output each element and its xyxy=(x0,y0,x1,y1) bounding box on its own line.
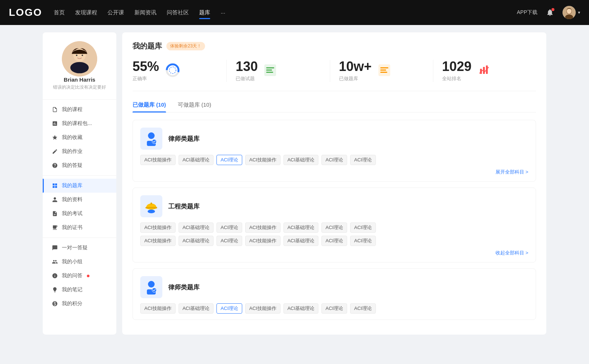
tag[interactable]: ACI技能操作 xyxy=(140,222,176,233)
tag-active[interactable]: ACI理论 xyxy=(216,303,242,314)
engineer-icon xyxy=(140,195,162,217)
stat-rank-label: 全站排名 xyxy=(442,75,472,82)
tag[interactable]: ACI理论 xyxy=(350,236,376,246)
collapse-link-2[interactable]: 收起全部科目 > xyxy=(495,250,528,256)
tag[interactable]: ACI理论 xyxy=(321,155,347,165)
tag[interactable]: ACI技能操作 xyxy=(245,155,281,165)
app-download-button[interactable]: APP下载 xyxy=(517,9,537,16)
menu-label: 我的证书 xyxy=(62,224,82,231)
bank-item-lawyer-2: 律师类题库 ACI技能操作 ACI基础理论 ACI理论 ACI技能操作 ACI基… xyxy=(133,268,536,320)
nav-public[interactable]: 公开课 xyxy=(107,8,124,18)
nav-qa[interactable]: 问答社区 xyxy=(167,8,189,18)
profile-name: Brian Harris xyxy=(64,76,95,83)
tag[interactable]: ACI基础理论 xyxy=(283,236,319,246)
tag[interactable]: ACI技能操作 xyxy=(140,236,176,246)
nav-home[interactable]: 首页 xyxy=(54,8,65,18)
sidebar-item-my-exam[interactable]: 我的考试 xyxy=(43,207,116,221)
tag[interactable]: ACI技能操作 xyxy=(245,303,281,314)
tab-done-banks[interactable]: 已做题库 (10) xyxy=(133,101,166,112)
bank-item-lawyer-1: 律师类题库 ACI技能操作 ACI基础理论 ACI理论 ACI技能操作 ACI基… xyxy=(133,120,536,182)
tag[interactable]: ACI基础理论 xyxy=(283,155,319,165)
tag[interactable]: ACI基础理论 xyxy=(179,222,214,233)
tag[interactable]: ACI基础理论 xyxy=(283,303,319,314)
sidebar-item-my-points[interactable]: 我的积分 xyxy=(43,297,116,311)
sidebar-item-my-packages[interactable]: 我的课程包... xyxy=(43,117,116,131)
tab-available-banks[interactable]: 可做题库 (10) xyxy=(178,101,211,112)
tag[interactable]: ACI基础理论 xyxy=(179,303,214,314)
expand-link-1[interactable]: 展开全部科目 > xyxy=(495,169,528,175)
tag[interactable]: ACI理论 xyxy=(321,222,347,233)
tag[interactable]: ACI基础理论 xyxy=(179,155,214,165)
notification-dot xyxy=(551,8,554,11)
tag[interactable]: ACI技能操作 xyxy=(140,155,176,165)
sidebar-item-my-questions[interactable]: 我的答疑 xyxy=(43,158,116,172)
main-layout: Brian Harris 错误的决定比没有决定要好 我的课程 我的课程包... … xyxy=(37,25,552,342)
sidebar-item-my-group[interactable]: 我的小组 xyxy=(43,255,116,269)
sidebar-item-one-on-one[interactable]: 一对一答疑 xyxy=(43,241,116,255)
tag[interactable]: ACI理论 xyxy=(321,303,347,314)
divider-2 xyxy=(43,175,116,176)
list-orange-icon xyxy=(378,64,391,78)
tag[interactable]: ACI技能操作 xyxy=(245,236,281,246)
nav-news[interactable]: 新闻资讯 xyxy=(134,8,156,18)
sidebar-item-my-cert[interactable]: 我的证书 xyxy=(43,221,116,235)
tag-active[interactable]: ACI理论 xyxy=(216,155,242,165)
tag[interactable]: ACI基础理论 xyxy=(283,222,319,233)
navbar: LOGO 首页 发现课程 公开课 新闻资讯 问答社区 题库 ··· APP下载 xyxy=(0,0,589,25)
svg-point-31 xyxy=(148,281,155,288)
bank-tags-2: ACI技能操作 ACI基础理论 ACI理论 ACI技能操作 ACI基础理论 AC… xyxy=(140,222,528,233)
sidebar-item-my-data[interactable]: 我的资料 xyxy=(43,193,116,207)
stat-done-questions-label: 已做试题 xyxy=(236,75,258,82)
tag[interactable]: ACI理论 xyxy=(350,155,376,165)
group-icon xyxy=(52,258,58,265)
bank-title-3: 律师类题库 xyxy=(168,283,200,292)
sidebar-item-my-favorites[interactable]: 我的收藏 xyxy=(43,131,116,144)
tag[interactable]: ACI技能操作 xyxy=(245,222,281,233)
chart-icon xyxy=(52,120,58,127)
sidebar-profile: Brian Harris 错误的决定比没有决定要好 xyxy=(43,32,116,96)
svg-point-6 xyxy=(70,62,89,74)
svg-point-24 xyxy=(148,132,155,139)
svg-rect-20 xyxy=(380,72,387,73)
sidebar-item-my-qa[interactable]: 我的问答 xyxy=(43,269,116,283)
qa-notification-dot xyxy=(87,275,89,277)
menu-label: 我的题库 xyxy=(62,182,82,189)
logo: LOGO xyxy=(9,7,42,18)
stat-done-banks-value: 10w+ xyxy=(339,60,372,73)
bank-header-1: 律师类题库 xyxy=(140,128,528,150)
tag[interactable]: ACI基础理论 xyxy=(179,236,214,246)
stat-accuracy-label: 正确率 xyxy=(133,75,159,82)
bank-footer-2: 收起全部科目 > xyxy=(140,250,528,256)
nav-courses[interactable]: 发现课程 xyxy=(75,8,97,18)
nav-bank[interactable]: 题库 xyxy=(199,8,210,18)
profile-motto: 错误的决定比没有决定要好 xyxy=(53,84,106,90)
divider-1 xyxy=(43,99,116,100)
doc-icon xyxy=(52,210,58,217)
tag[interactable]: ACI理论 xyxy=(216,236,242,246)
user-avatar-area[interactable]: ▾ xyxy=(562,6,580,19)
menu-label: 一对一答疑 xyxy=(62,245,88,251)
sidebar-item-my-notes[interactable]: 我的笔记 xyxy=(43,283,116,297)
notification-bell[interactable] xyxy=(545,7,555,18)
menu-label: 我的问答 xyxy=(62,272,82,279)
menu-label: 我的课程包... xyxy=(62,120,92,127)
qa-icon xyxy=(52,272,58,279)
stat-done-questions: 130 已做试题 xyxy=(227,60,330,82)
bank-header-2: 工程类题库 xyxy=(140,195,528,217)
tag[interactable]: ACI理论 xyxy=(350,303,376,314)
tag[interactable]: ACI技能操作 xyxy=(140,303,176,314)
svg-rect-19 xyxy=(380,69,386,71)
bank-title-1: 律师类题库 xyxy=(168,135,200,143)
tag[interactable]: ACI理论 xyxy=(216,222,242,233)
menu-label: 我的小组 xyxy=(62,258,82,265)
tag[interactable]: ACI理论 xyxy=(321,236,347,246)
menu-label: 我的考试 xyxy=(62,210,82,217)
sidebar-item-my-courses[interactable]: 我的课程 xyxy=(43,103,116,117)
stat-accuracy: 55% 正确率 xyxy=(133,60,227,82)
svg-point-8 xyxy=(76,54,77,56)
svg-rect-18 xyxy=(380,67,388,68)
sidebar-item-my-homework[interactable]: 我的作业 xyxy=(43,144,116,158)
nav-more[interactable]: ··· xyxy=(221,8,225,17)
sidebar-item-my-bank[interactable]: 我的题库 xyxy=(43,179,116,193)
tag[interactable]: ACI理论 xyxy=(350,222,376,233)
